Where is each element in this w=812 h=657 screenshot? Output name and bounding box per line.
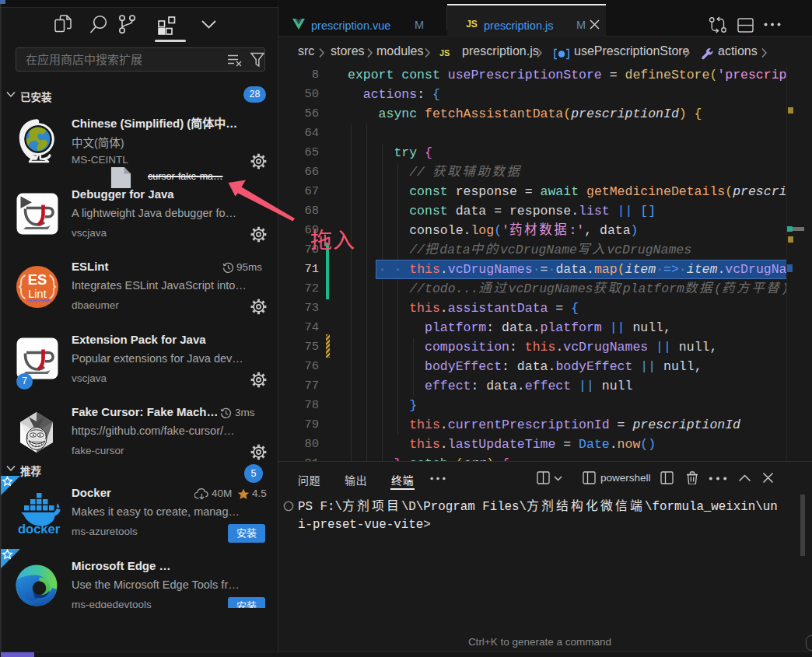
svg-text:Lint: Lint — [28, 288, 46, 300]
svg-text:docker: docker — [18, 522, 61, 535]
svg-text:ES: ES — [28, 271, 47, 288]
